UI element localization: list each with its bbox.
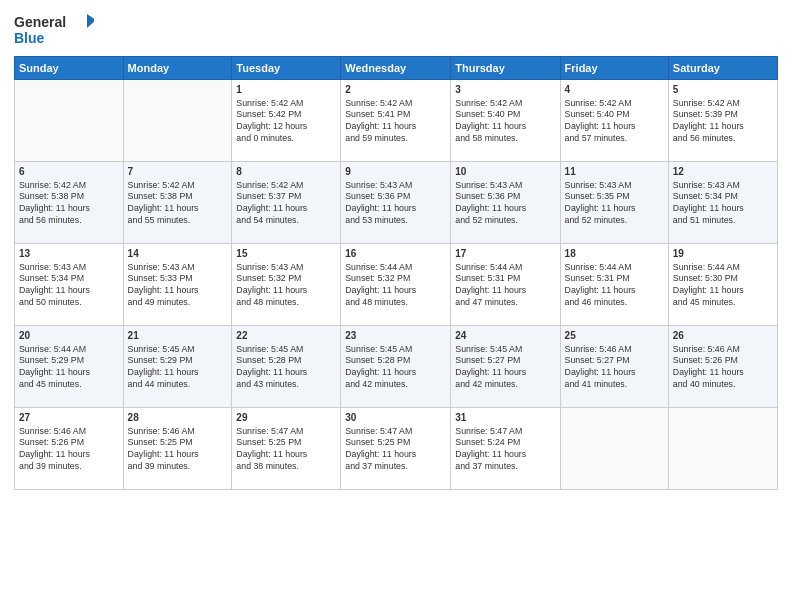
day-number: 8 [236, 165, 336, 179]
day-number: 25 [565, 329, 664, 343]
day-content: Sunrise: 5:42 AM Sunset: 5:40 PM Dayligh… [455, 98, 555, 146]
day-content: Sunrise: 5:43 AM Sunset: 5:32 PM Dayligh… [236, 262, 336, 310]
day-cell: 20Sunrise: 5:44 AM Sunset: 5:29 PM Dayli… [15, 326, 124, 408]
day-content: Sunrise: 5:43 AM Sunset: 5:36 PM Dayligh… [345, 180, 446, 228]
day-number: 20 [19, 329, 119, 343]
day-number: 6 [19, 165, 119, 179]
day-content: Sunrise: 5:42 AM Sunset: 5:38 PM Dayligh… [19, 180, 119, 228]
day-number: 17 [455, 247, 555, 261]
day-cell: 30Sunrise: 5:47 AM Sunset: 5:25 PM Dayli… [341, 408, 451, 490]
calendar-body: 1Sunrise: 5:42 AM Sunset: 5:42 PM Daylig… [15, 80, 778, 490]
day-cell: 22Sunrise: 5:45 AM Sunset: 5:28 PM Dayli… [232, 326, 341, 408]
day-cell: 5Sunrise: 5:42 AM Sunset: 5:39 PM Daylig… [668, 80, 777, 162]
calendar-page: General Blue SundayMondayTuesdayWednesda… [0, 0, 792, 612]
day-content: Sunrise: 5:47 AM Sunset: 5:25 PM Dayligh… [236, 426, 336, 474]
day-content: Sunrise: 5:44 AM Sunset: 5:31 PM Dayligh… [455, 262, 555, 310]
day-number: 31 [455, 411, 555, 425]
day-content: Sunrise: 5:44 AM Sunset: 5:32 PM Dayligh… [345, 262, 446, 310]
day-cell [560, 408, 668, 490]
day-cell: 1Sunrise: 5:42 AM Sunset: 5:42 PM Daylig… [232, 80, 341, 162]
logo: General Blue [14, 10, 94, 48]
day-content: Sunrise: 5:43 AM Sunset: 5:34 PM Dayligh… [19, 262, 119, 310]
day-number: 14 [128, 247, 228, 261]
day-content: Sunrise: 5:42 AM Sunset: 5:39 PM Dayligh… [673, 98, 773, 146]
day-number: 13 [19, 247, 119, 261]
header-cell-monday: Monday [123, 57, 232, 80]
day-cell: 19Sunrise: 5:44 AM Sunset: 5:30 PM Dayli… [668, 244, 777, 326]
header-row: SundayMondayTuesdayWednesdayThursdayFrid… [15, 57, 778, 80]
day-content: Sunrise: 5:42 AM Sunset: 5:37 PM Dayligh… [236, 180, 336, 228]
day-content: Sunrise: 5:45 AM Sunset: 5:28 PM Dayligh… [345, 344, 446, 392]
day-cell [15, 80, 124, 162]
day-content: Sunrise: 5:44 AM Sunset: 5:30 PM Dayligh… [673, 262, 773, 310]
day-number: 22 [236, 329, 336, 343]
day-content: Sunrise: 5:47 AM Sunset: 5:25 PM Dayligh… [345, 426, 446, 474]
day-content: Sunrise: 5:46 AM Sunset: 5:26 PM Dayligh… [19, 426, 119, 474]
day-cell: 18Sunrise: 5:44 AM Sunset: 5:31 PM Dayli… [560, 244, 668, 326]
day-number: 15 [236, 247, 336, 261]
day-cell: 10Sunrise: 5:43 AM Sunset: 5:36 PM Dayli… [451, 162, 560, 244]
day-cell [668, 408, 777, 490]
day-cell: 2Sunrise: 5:42 AM Sunset: 5:41 PM Daylig… [341, 80, 451, 162]
day-content: Sunrise: 5:46 AM Sunset: 5:26 PM Dayligh… [673, 344, 773, 392]
day-cell: 12Sunrise: 5:43 AM Sunset: 5:34 PM Dayli… [668, 162, 777, 244]
day-cell: 28Sunrise: 5:46 AM Sunset: 5:25 PM Dayli… [123, 408, 232, 490]
day-number: 19 [673, 247, 773, 261]
week-row: 27Sunrise: 5:46 AM Sunset: 5:26 PM Dayli… [15, 408, 778, 490]
day-content: Sunrise: 5:43 AM Sunset: 5:33 PM Dayligh… [128, 262, 228, 310]
day-cell: 7Sunrise: 5:42 AM Sunset: 5:38 PM Daylig… [123, 162, 232, 244]
day-cell: 4Sunrise: 5:42 AM Sunset: 5:40 PM Daylig… [560, 80, 668, 162]
day-content: Sunrise: 5:42 AM Sunset: 5:42 PM Dayligh… [236, 98, 336, 146]
day-number: 10 [455, 165, 555, 179]
day-cell: 26Sunrise: 5:46 AM Sunset: 5:26 PM Dayli… [668, 326, 777, 408]
svg-text:General: General [14, 14, 66, 30]
day-number: 26 [673, 329, 773, 343]
day-content: Sunrise: 5:47 AM Sunset: 5:24 PM Dayligh… [455, 426, 555, 474]
day-number: 30 [345, 411, 446, 425]
svg-marker-2 [87, 14, 94, 28]
header-cell-saturday: Saturday [668, 57, 777, 80]
day-cell [123, 80, 232, 162]
day-content: Sunrise: 5:42 AM Sunset: 5:40 PM Dayligh… [565, 98, 664, 146]
day-cell: 11Sunrise: 5:43 AM Sunset: 5:35 PM Dayli… [560, 162, 668, 244]
day-number: 11 [565, 165, 664, 179]
day-number: 12 [673, 165, 773, 179]
day-content: Sunrise: 5:42 AM Sunset: 5:38 PM Dayligh… [128, 180, 228, 228]
header-cell-friday: Friday [560, 57, 668, 80]
day-cell: 6Sunrise: 5:42 AM Sunset: 5:38 PM Daylig… [15, 162, 124, 244]
day-cell: 17Sunrise: 5:44 AM Sunset: 5:31 PM Dayli… [451, 244, 560, 326]
day-number: 3 [455, 83, 555, 97]
day-content: Sunrise: 5:43 AM Sunset: 5:36 PM Dayligh… [455, 180, 555, 228]
day-number: 21 [128, 329, 228, 343]
day-cell: 21Sunrise: 5:45 AM Sunset: 5:29 PM Dayli… [123, 326, 232, 408]
day-content: Sunrise: 5:44 AM Sunset: 5:29 PM Dayligh… [19, 344, 119, 392]
day-cell: 24Sunrise: 5:45 AM Sunset: 5:27 PM Dayli… [451, 326, 560, 408]
day-number: 7 [128, 165, 228, 179]
day-cell: 15Sunrise: 5:43 AM Sunset: 5:32 PM Dayli… [232, 244, 341, 326]
generalblue-logo: General Blue [14, 10, 94, 48]
header-cell-sunday: Sunday [15, 57, 124, 80]
day-content: Sunrise: 5:43 AM Sunset: 5:34 PM Dayligh… [673, 180, 773, 228]
day-number: 24 [455, 329, 555, 343]
calendar-header: SundayMondayTuesdayWednesdayThursdayFrid… [15, 57, 778, 80]
day-content: Sunrise: 5:45 AM Sunset: 5:28 PM Dayligh… [236, 344, 336, 392]
week-row: 20Sunrise: 5:44 AM Sunset: 5:29 PM Dayli… [15, 326, 778, 408]
day-cell: 31Sunrise: 5:47 AM Sunset: 5:24 PM Dayli… [451, 408, 560, 490]
day-content: Sunrise: 5:42 AM Sunset: 5:41 PM Dayligh… [345, 98, 446, 146]
day-cell: 27Sunrise: 5:46 AM Sunset: 5:26 PM Dayli… [15, 408, 124, 490]
header: General Blue [14, 10, 778, 48]
day-cell: 9Sunrise: 5:43 AM Sunset: 5:36 PM Daylig… [341, 162, 451, 244]
day-cell: 29Sunrise: 5:47 AM Sunset: 5:25 PM Dayli… [232, 408, 341, 490]
day-number: 28 [128, 411, 228, 425]
day-number: 4 [565, 83, 664, 97]
day-number: 9 [345, 165, 446, 179]
day-number: 23 [345, 329, 446, 343]
day-cell: 14Sunrise: 5:43 AM Sunset: 5:33 PM Dayli… [123, 244, 232, 326]
day-number: 18 [565, 247, 664, 261]
day-cell: 25Sunrise: 5:46 AM Sunset: 5:27 PM Dayli… [560, 326, 668, 408]
day-cell: 23Sunrise: 5:45 AM Sunset: 5:28 PM Dayli… [341, 326, 451, 408]
week-row: 13Sunrise: 5:43 AM Sunset: 5:34 PM Dayli… [15, 244, 778, 326]
day-content: Sunrise: 5:46 AM Sunset: 5:25 PM Dayligh… [128, 426, 228, 474]
day-content: Sunrise: 5:43 AM Sunset: 5:35 PM Dayligh… [565, 180, 664, 228]
day-content: Sunrise: 5:46 AM Sunset: 5:27 PM Dayligh… [565, 344, 664, 392]
